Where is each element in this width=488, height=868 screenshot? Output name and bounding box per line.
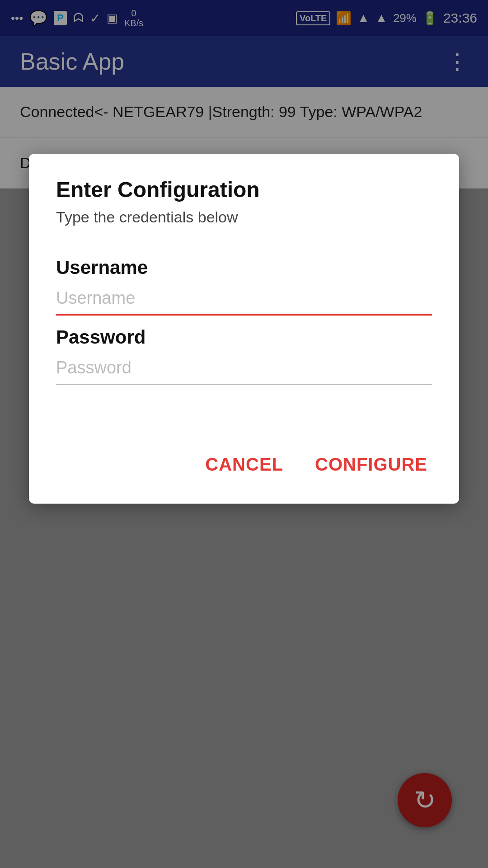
dialog-body: Username Password: [29, 235, 459, 439]
dialog-header: Enter Configuration Type the credentials…: [29, 154, 459, 235]
cancel-button[interactable]: CANCEL: [201, 448, 288, 481]
dialog-subtitle: Type the credentials below: [56, 208, 432, 226]
username-input[interactable]: [56, 283, 432, 316]
dialog-actions: CANCEL CONFIGURE: [29, 439, 459, 504]
username-label: Username: [56, 257, 432, 278]
password-label: Password: [56, 326, 432, 348]
dialog-spacer: [56, 385, 432, 439]
configure-button[interactable]: CONFIGURE: [310, 448, 432, 481]
password-input[interactable]: [56, 353, 432, 385]
dialog-title: Enter Configuration: [56, 177, 432, 202]
configuration-dialog: Enter Configuration Type the credentials…: [29, 154, 459, 504]
